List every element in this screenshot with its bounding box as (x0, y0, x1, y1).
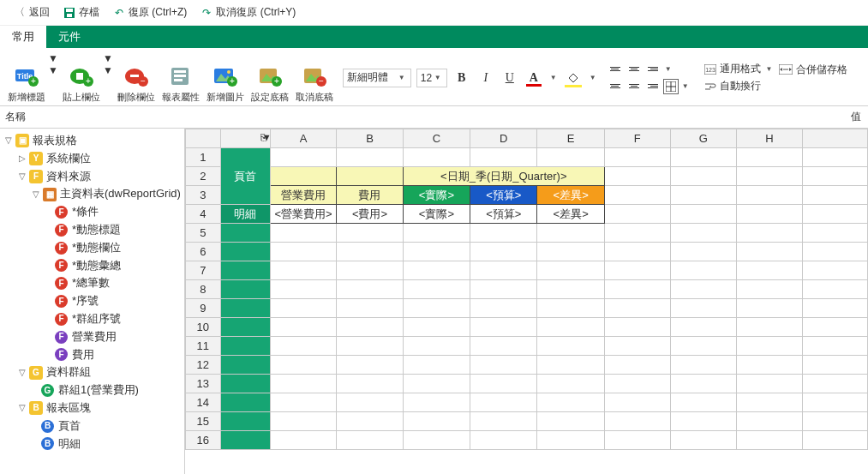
delete-field-button[interactable]: − 刪除欄位 (115, 52, 158, 104)
font-size-select[interactable]: 12▼ (416, 69, 447, 87)
tree-item-groupseq[interactable]: F*群組序號 (3, 310, 184, 328)
merge-cells-button[interactable]: 合併儲存格 (779, 63, 847, 77)
tree-block-detail[interactable]: B明細 (3, 435, 184, 453)
col-header[interactable]: A (270, 129, 337, 148)
tab-strip: 常用 元件 (0, 26, 868, 48)
section-header-corner[interactable]: ⎘ ▼ (220, 129, 270, 148)
col-header[interactable]: B (337, 129, 404, 148)
cell-date-quarter[interactable]: <日期_季(日期_Quarter)> (403, 167, 604, 186)
back-label: 返回 (29, 5, 50, 20)
col-header[interactable]: D (470, 129, 537, 148)
align-right-button[interactable] (644, 79, 661, 94)
tree-maintable[interactable]: ▽▦主資料表(dwReportGrid) (3, 185, 184, 203)
save-button[interactable]: 存檔 (58, 3, 105, 22)
dropdown-caret-icon[interactable]: ▼▼ (48, 52, 58, 76)
redo-button[interactable]: ↷ 取消復原 (Ctrl+Y) (195, 3, 301, 22)
tree-group1[interactable]: G群組1(營業費用) (3, 381, 184, 399)
svg-rect-16 (174, 70, 186, 73)
font-color-button[interactable]: A (524, 69, 543, 87)
tree-block-header[interactable]: B頁首 (3, 417, 184, 435)
paste-field-button[interactable]: + 貼上欄位 (60, 52, 103, 104)
svg-marker-32 (569, 74, 578, 82)
border-button[interactable] (663, 79, 679, 94)
align-left-button[interactable] (607, 79, 624, 94)
col-header[interactable]: C (403, 129, 470, 148)
row-3[interactable]: 3 營業費用 費用 <實際> <預算> <差異> (186, 186, 868, 205)
add-title-button[interactable]: Title+ 新增標題 (5, 52, 48, 104)
save-icon (63, 7, 75, 19)
back-button[interactable]: 〈 返回 (9, 3, 55, 22)
letter-f-icon: F (29, 170, 43, 183)
section-header[interactable]: 頁首 (220, 148, 270, 205)
template-icon: + (257, 63, 283, 89)
add-image-button[interactable]: + 新增圖片 (204, 52, 247, 104)
chevron-down-icon[interactable]: ▼ (682, 82, 689, 90)
select-all-corner[interactable] (186, 129, 221, 148)
wrap-text-button[interactable]: 自動換行 (704, 79, 775, 93)
tree-item-dynsum[interactable]: F*動態彙總 (3, 257, 184, 275)
section-detail[interactable]: 明細 (220, 205, 270, 224)
row-2[interactable]: 2 <日期_季(日期_Quarter)> (186, 167, 868, 186)
tree-datagroup[interactable]: ▽G資料群組 (3, 363, 184, 381)
number-format-icon: 123 (704, 64, 716, 75)
col-header[interactable]: F (604, 129, 670, 148)
valign-top-button[interactable] (607, 62, 624, 77)
chevron-down-icon[interactable]: ▼ (665, 65, 672, 73)
valign-bottom-button[interactable] (644, 62, 661, 77)
svg-marker-41 (789, 68, 792, 71)
dropdown-caret-icon[interactable]: ▼▼ (103, 52, 113, 76)
bucket-icon (566, 71, 580, 85)
align-center-button[interactable] (626, 79, 643, 94)
col-header[interactable]: E (537, 129, 604, 148)
tab-common[interactable]: 常用 (0, 26, 46, 48)
svg-rect-1 (66, 9, 73, 12)
svg-text:+: + (31, 76, 36, 86)
cancel-template-button[interactable]: − 取消底稿 (293, 52, 336, 104)
tab-component[interactable]: 元件 (46, 26, 93, 48)
italic-button[interactable]: I (476, 69, 495, 87)
letter-b-icon: B (29, 401, 43, 415)
letter-f-icon: F (55, 277, 68, 290)
tree-blocks[interactable]: ▽B報表區塊 (3, 399, 184, 417)
tree-item-opexpense[interactable]: F營業費用 (3, 328, 184, 346)
tree-item-seq[interactable]: F*序號 (3, 292, 184, 310)
col-header[interactable] (802, 129, 867, 148)
letter-f-icon: F (55, 259, 68, 272)
tree-item-expense[interactable]: F費用 (3, 346, 184, 364)
bold-button[interactable]: B (452, 69, 471, 87)
underline-button[interactable]: U (500, 69, 519, 87)
col-header[interactable]: G (670, 129, 736, 148)
col-header[interactable]: H (736, 129, 802, 148)
row-1[interactable]: 1 頁首 (186, 148, 868, 167)
spreadsheet[interactable]: ⎘ ▼ A B C D E F G H 1 頁首 2 <日期_季(日期_Quar… (185, 129, 868, 474)
chevron-down-icon[interactable]: ▼ (550, 74, 557, 81)
folder-icon: ▣ (15, 134, 29, 147)
svg-rect-12 (130, 75, 139, 77)
value-label: 值 (851, 110, 868, 124)
tree-root[interactable]: ▽▣報表規格 (3, 132, 184, 150)
redo-icon: ↷ (201, 7, 213, 19)
tree-item-cond[interactable]: F*條件 (3, 203, 184, 221)
report-prop-button[interactable]: 報表屬性 (159, 52, 202, 104)
row-4[interactable]: 4 明細 <營業費用> <費用> <實際> <預算> <差異> (186, 205, 868, 224)
title-icon: Title+ (14, 63, 39, 89)
svg-text:+: + (230, 76, 235, 86)
tree-datasource[interactable]: ▽F資料來源 (3, 168, 184, 186)
tree-item-dyntitle[interactable]: F*動態標題 (3, 221, 184, 239)
svg-rect-8 (76, 73, 83, 80)
tree-item-total[interactable]: F*總筆數 (3, 274, 184, 292)
letter-f-icon: F (55, 348, 68, 361)
tree-item-dyncol[interactable]: F*動態欄位 (3, 239, 184, 257)
number-format-select[interactable]: 123 通用格式 ▼ (704, 62, 775, 76)
font-name-select[interactable]: 新細明體▼ (343, 69, 411, 87)
alignment-group: ▼ ▼ (607, 62, 691, 94)
chevron-down-icon[interactable]: ▼ (590, 74, 596, 81)
fill-color-button[interactable] (564, 69, 583, 87)
set-template-button[interactable]: + 設定底稿 (248, 52, 291, 104)
valign-middle-button[interactable] (626, 62, 643, 77)
letter-b-icon: B (41, 437, 54, 450)
tree-syscols[interactable]: ▷Y系統欄位 (3, 150, 184, 168)
svg-rect-2 (67, 14, 72, 17)
undo-button[interactable]: ↶ 復原 (Ctrl+Z) (108, 3, 192, 22)
save-label: 存檔 (79, 5, 99, 20)
